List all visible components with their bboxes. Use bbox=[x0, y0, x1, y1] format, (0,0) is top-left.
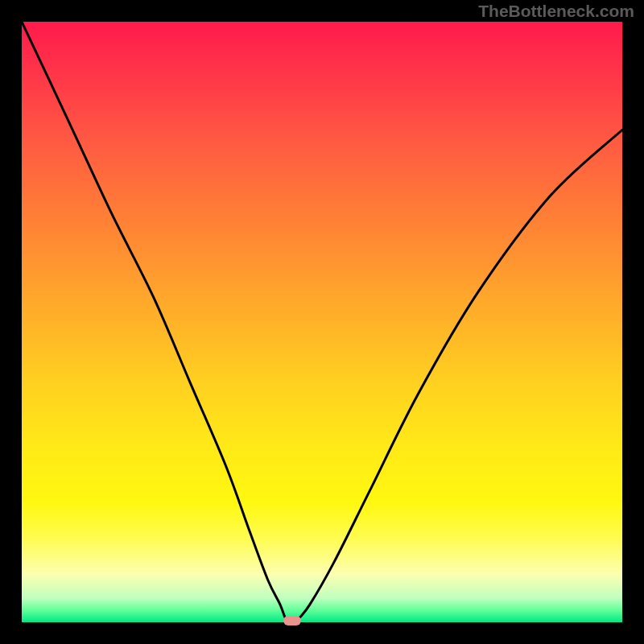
bottleneck-curve bbox=[22, 22, 622, 622]
chart-container: TheBottleneck.com bbox=[0, 0, 644, 644]
curve-svg bbox=[22, 22, 622, 622]
watermark-text: TheBottleneck.com bbox=[478, 2, 634, 21]
plot-area bbox=[22, 22, 622, 622]
optimum-marker bbox=[283, 616, 301, 625]
